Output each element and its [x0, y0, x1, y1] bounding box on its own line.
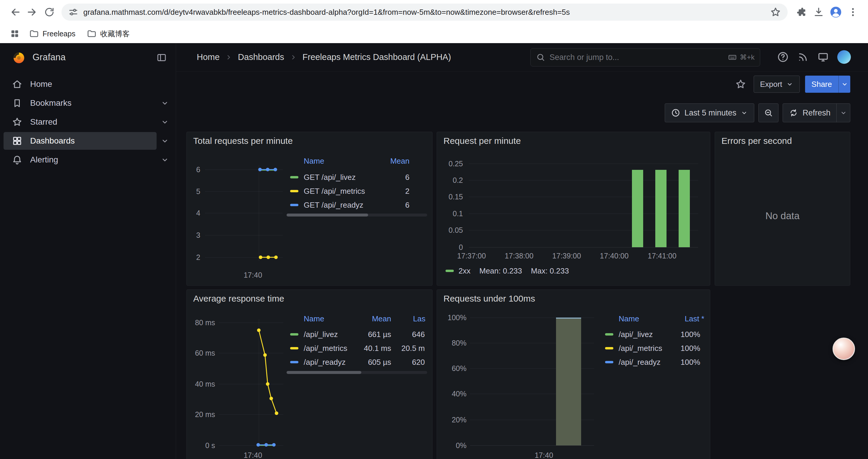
x-tick: 17:39:00 [546, 251, 587, 260]
chevron-down-icon [841, 80, 848, 88]
forward-button[interactable] [24, 4, 41, 21]
grafana-logo-icon[interactable] [12, 50, 26, 64]
series-name: GET /api/_livez [304, 173, 356, 182]
sidebar-item-bookmarks[interactable]: Bookmarks [0, 94, 176, 112]
panel-errors-per-second[interactable]: Errors per second No data [715, 132, 850, 286]
reload-button[interactable] [41, 4, 58, 21]
series-name: /api/_livez [619, 330, 653, 339]
apps-grid-button[interactable] [8, 27, 22, 41]
sidebar-item-dashboards[interactable]: Dashboards [0, 131, 176, 150]
sidebar-item-alerting[interactable]: Alerting [0, 150, 176, 169]
scrollbar-thumb[interactable] [286, 214, 368, 217]
legend-scrollbar[interactable] [286, 214, 427, 217]
breadcrumb-dashboards[interactable]: Dashboards [238, 52, 284, 62]
back-button[interactable] [6, 4, 24, 21]
legend-row[interactable]: /api/_readyz 100% [601, 356, 705, 368]
browser-menu-button[interactable] [844, 4, 862, 21]
sidebar-item-starred[interactable]: Starred [0, 112, 176, 131]
series-last: 100% [681, 330, 701, 339]
legend-row[interactable]: /api/_livez 100% [601, 328, 705, 340]
series-mean: 2 [405, 187, 409, 196]
time-range-picker[interactable]: Last 5 minutes [665, 103, 754, 122]
export-label: Export [760, 80, 782, 89]
panel-requests-under-100ms[interactable]: Requests under 100ms 100% 80% 60% 40% 20… [437, 290, 710, 459]
breadcrumb-home[interactable]: Home [197, 52, 219, 62]
panel-title[interactable]: Requests under 100ms [443, 294, 535, 304]
legend-header-name[interactable]: Name [619, 314, 639, 324]
extensions-button[interactable] [793, 4, 810, 21]
legend-inline[interactable]: 2xx Mean: 0.233 Max: 0.233 [445, 266, 569, 276]
y-tick: 20% [442, 415, 466, 424]
expand-chevron-button[interactable] [157, 152, 173, 168]
star-icon [735, 78, 746, 90]
share-menu-button[interactable] [838, 76, 850, 93]
legend-header-name[interactable]: Name [304, 314, 324, 324]
share-button[interactable]: Share [805, 76, 838, 93]
legend-row[interactable]: GET /api/_livez 6 [286, 171, 427, 183]
legend-row[interactable]: GET /api/_readyz 6 [286, 199, 427, 210]
refresh-interval-button[interactable] [836, 104, 850, 122]
clock-icon [671, 108, 680, 118]
search-box[interactable]: ⌘+k [530, 48, 760, 66]
profile-button[interactable] [827, 4, 844, 21]
legend-row[interactable]: /api/_metrics 40.1 ms 20.5 m [286, 342, 427, 354]
legend-row[interactable]: /api/_readyz 605 µs 620 [286, 356, 427, 368]
monitor-icon[interactable] [817, 51, 829, 63]
user-avatar[interactable] [837, 50, 851, 64]
help-icon[interactable] [777, 51, 789, 63]
legend-header-mean[interactable]: Mean [390, 156, 409, 166]
x-tick: 17:40 [232, 451, 274, 459]
scrollbar-thumb[interactable] [286, 371, 361, 374]
sidebar-item-label: Home [30, 79, 52, 89]
y-tick: 80 ms [190, 318, 215, 327]
favorite-star-button[interactable] [733, 76, 748, 92]
series-mean: 6 [405, 201, 409, 210]
expand-chevron-button[interactable] [157, 114, 173, 130]
legend-row[interactable]: GET /api/_metrics 2 [286, 185, 427, 197]
panel-title[interactable]: Average response time [193, 294, 284, 304]
panel-average-response-time[interactable]: Average response time 80 ms 60 ms 40 ms … [186, 290, 433, 459]
sidebar-toggle-button[interactable] [155, 51, 168, 64]
shortcut-label: ⌘+k [740, 53, 754, 61]
legend-row[interactable]: /api/_metrics 100% [601, 342, 705, 354]
zoom-out-button[interactable] [758, 103, 778, 122]
panel-request-per-minute[interactable]: Request per minute 0.25 0.2 0.15 0.1 0.0… [437, 132, 710, 286]
sidebar-item-home[interactable]: Home [0, 75, 176, 94]
downloads-button[interactable] [810, 4, 827, 21]
brand-row: Grafana [0, 43, 176, 71]
news-rss-icon[interactable] [797, 51, 809, 63]
legend-header-mean[interactable]: Mean [372, 314, 391, 324]
bookmark-folder-blogs[interactable]: 收藏博客 [83, 27, 134, 40]
y-tick: 0 s [190, 441, 215, 450]
legend-header-name[interactable]: Name [304, 156, 324, 166]
legend-header-last[interactable]: Last * [685, 314, 705, 324]
legend-row[interactable]: /api/_livez 661 µs 646 [286, 328, 427, 340]
share-split-button: Share [805, 76, 850, 93]
export-button[interactable]: Export [754, 76, 800, 93]
legend-header-last[interactable]: Las [413, 314, 426, 324]
kebab-menu-icon [848, 7, 858, 18]
series-swatch-yellow [290, 347, 299, 350]
bookmark-star-icon[interactable] [770, 6, 781, 18]
panel-left-icon [156, 52, 167, 63]
panel-total-requests[interactable]: Total requests per minute 6 5 4 3 2 17:4… [186, 132, 433, 286]
zoom-out-icon [764, 108, 773, 118]
expand-chevron-button[interactable] [157, 133, 173, 149]
screen: grafana.mathmast.com/d/deytv4rwavabkb/fr… [0, 0, 868, 459]
expand-chevron-button[interactable] [157, 95, 173, 111]
panel-title[interactable]: Total requests per minute [193, 136, 293, 146]
series-mean: 40.1 ms [364, 344, 392, 353]
floating-avatar[interactable] [833, 338, 855, 360]
series-swatch-yellow [605, 347, 613, 350]
search-input[interactable] [550, 53, 728, 62]
panel-title[interactable]: Request per minute [443, 136, 521, 146]
refresh-button[interactable]: Refresh [783, 104, 836, 122]
series-last: 620 [412, 358, 425, 367]
url-bar[interactable]: grafana.mathmast.com/d/deytv4rwavabkb/fr… [61, 4, 788, 21]
series-name: /api/_readyz [304, 358, 346, 367]
series-swatch-green [605, 333, 613, 335]
y-tick: 0% [442, 441, 466, 450]
legend-scrollbar[interactable] [286, 371, 427, 374]
panel-title[interactable]: Errors per second [721, 136, 792, 146]
bookmark-folder-freeleaps[interactable]: Freeleaps [25, 27, 80, 40]
